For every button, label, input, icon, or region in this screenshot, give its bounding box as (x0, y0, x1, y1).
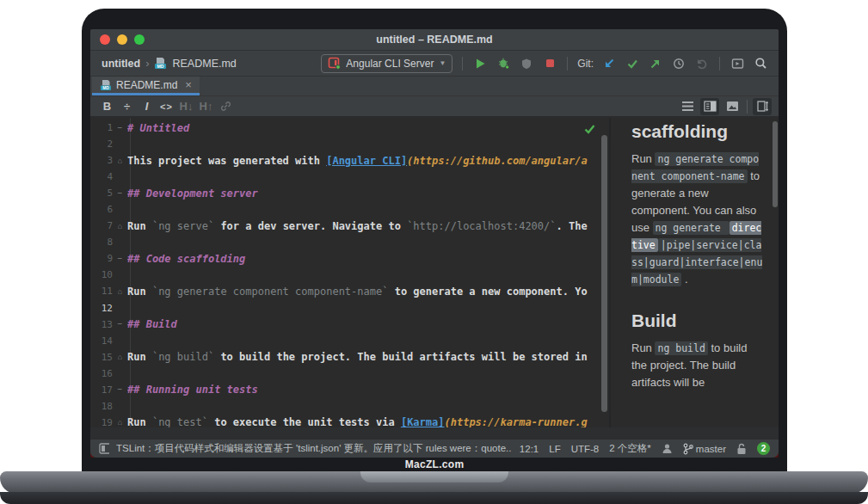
page: untitled – README.md untitled › MD READM… (0, 0, 868, 504)
editor-line[interactable]: 16 (90, 366, 609, 382)
markdown-toolbar: B ÷ I <> H↓ H↑ (90, 96, 779, 117)
line-number: 17 (90, 384, 113, 396)
search-everywhere-icon[interactable] (753, 56, 768, 71)
fold-marker-icon[interactable]: ⌂ (113, 157, 127, 165)
run-button[interactable] (472, 56, 488, 71)
line-number: 18 (90, 401, 113, 412)
line-ending[interactable]: LF (549, 444, 560, 454)
link-icon[interactable] (216, 98, 236, 115)
editor-scrollbar[interactable] (601, 135, 607, 412)
toolbar-divider (567, 57, 568, 71)
line-number: 13 (90, 319, 113, 330)
line-number: 7 (90, 220, 113, 231)
fold-marker-icon[interactable]: − (113, 385, 127, 394)
preview-scrollbar[interactable] (773, 121, 778, 207)
editor-line[interactable]: 2 (90, 136, 609, 152)
editor-line[interactable]: 1−# Untitled (90, 120, 609, 136)
window-zoom-button[interactable] (134, 34, 145, 45)
window-titlebar[interactable]: untitled – README.md (90, 29, 779, 51)
coverage-button-disabled[interactable] (519, 56, 534, 71)
laptop-base-lip (0, 492, 868, 504)
fold-marker-icon[interactable]: − (113, 189, 127, 198)
editor-line[interactable]: 7⌂Run `ng serve` for a dev server. Navig… (90, 218, 609, 234)
breadcrumb: untitled › MD README.md (90, 57, 237, 70)
stop-button[interactable] (542, 56, 557, 71)
editor-line[interactable]: 3⌂This project was generated with [Angul… (90, 152, 609, 169)
editor-line[interactable]: 6 (90, 201, 609, 218)
editor-bottom-strip (90, 427, 779, 439)
fold-marker-icon[interactable]: − (113, 124, 127, 132)
line-number: 11 (90, 286, 113, 297)
lock-icon[interactable] (736, 443, 747, 455)
editor-pane[interactable]: 1−# Untitled23⌂This project was generate… (90, 118, 609, 427)
debug-button[interactable] (496, 56, 511, 71)
local-history-clock-icon[interactable] (671, 56, 686, 71)
editor-line[interactable]: 15⌂Run `ng build` to build the project. … (90, 349, 609, 366)
editor-line[interactable]: 12 (90, 300, 609, 317)
line-number: 2 (90, 138, 113, 150)
preview-heading: scaffolding (631, 121, 765, 142)
editor-line[interactable]: 17−## Running unit tests (90, 382, 609, 398)
line-content: Run `ng serve` for a dev server. Navigat… (127, 220, 609, 232)
notifications-badge[interactable]: 2 (757, 442, 770, 455)
file-encoding[interactable]: UTF-8 (571, 444, 600, 454)
editor-line[interactable]: 14 (90, 333, 609, 349)
run-anything-button[interactable] (729, 56, 745, 71)
cursor-position[interactable]: 12:1 (520, 444, 539, 454)
editor-line[interactable]: 5−## Development server (90, 185, 609, 201)
window-close-button[interactable] (100, 34, 110, 45)
header-level-down-icon[interactable]: H↓ (176, 98, 196, 115)
tab-close-icon[interactable]: × (185, 78, 192, 91)
inspections-hector-icon[interactable] (662, 443, 673, 454)
line-number: 19 (90, 417, 113, 427)
editor-line[interactable]: 8 (90, 234, 609, 250)
toolbar-divider (462, 57, 463, 71)
status-message[interactable]: TSLint：项目代码样式和编辑器设置基于 'tslint.json' 更新。应… (116, 442, 511, 455)
italic-icon[interactable]: I (137, 98, 157, 115)
editor-line[interactable]: 19⌂Run `ng test` to execute the unit tes… (90, 415, 609, 427)
git-update-button[interactable] (601, 56, 617, 71)
strikethrough-icon[interactable]: ÷ (117, 98, 137, 115)
git-branch-widget[interactable]: master (683, 443, 726, 455)
breadcrumb-project[interactable]: untitled (102, 58, 140, 70)
code-span-icon[interactable]: <> (157, 98, 176, 115)
laptop-notch (360, 471, 508, 482)
fold-marker-icon[interactable]: ⌂ (113, 353, 127, 361)
indent-setting[interactable]: 2 个空格* (609, 442, 651, 455)
line-number: 14 (90, 335, 113, 347)
toolbar-divider (719, 57, 720, 71)
fold-marker-icon[interactable]: − (113, 255, 127, 263)
editor-line[interactable]: 13−## Build (90, 317, 609, 333)
auto-scroll-preview-button[interactable] (753, 98, 772, 115)
git-commit-button[interactable] (625, 56, 640, 71)
tab-label: README.md (116, 79, 177, 91)
fold-marker-icon[interactable]: ⌂ (113, 418, 127, 427)
line-content: ## Development server (127, 187, 609, 200)
inspection-ok-icon (584, 122, 595, 138)
rollback-button-disabled[interactable] (694, 56, 710, 71)
split-view-button[interactable] (700, 98, 719, 115)
run-config-dropdown[interactable]: Angular CLI Server ▼ (321, 54, 452, 73)
line-number: 8 (90, 237, 113, 248)
tool-window-toggle-icon[interactable] (99, 443, 109, 454)
editor-only-view-button[interactable] (678, 98, 697, 115)
preview-only-view-button[interactable] (723, 98, 742, 115)
editor-line[interactable]: 9−## Code scaffolding (90, 250, 609, 267)
tab-readme[interactable]: MD README.md × (92, 77, 200, 95)
fold-marker-icon[interactable]: ⌂ (113, 222, 127, 230)
editor-line[interactable]: 18 (90, 398, 609, 415)
bold-icon[interactable]: B (97, 98, 117, 115)
preview-paragraph: Run ng generate component component-name… (631, 151, 765, 288)
status-left: TSLint：项目代码样式和编辑器设置基于 'tslint.json' 更新。应… (99, 442, 511, 455)
header-level-up-icon[interactable]: H↑ (196, 98, 216, 115)
editor-line[interactable]: 10 (90, 267, 609, 283)
window-minimize-button[interactable] (117, 34, 127, 45)
markdown-file-icon: MD (100, 79, 112, 91)
fold-marker-icon[interactable]: ⌂ (113, 287, 127, 296)
breadcrumb-file[interactable]: README.md (172, 58, 236, 70)
editor-line[interactable]: 4 (90, 169, 609, 185)
editor-line[interactable]: 11⌂Run `ng generate component component-… (90, 283, 609, 299)
line-number: 12 (90, 303, 113, 314)
git-push-button[interactable] (648, 56, 663, 71)
fold-marker-icon[interactable]: − (113, 320, 127, 329)
